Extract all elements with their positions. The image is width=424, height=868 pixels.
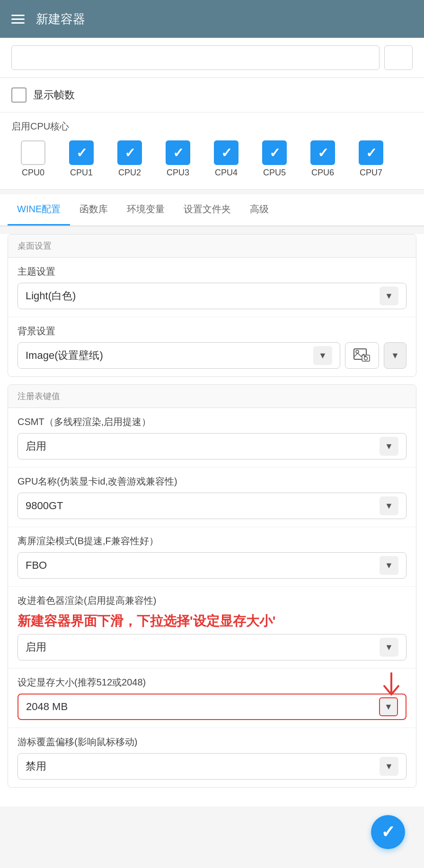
cpu2-checkbox[interactable] xyxy=(117,140,142,165)
cpu5-checkbox[interactable] xyxy=(262,140,287,165)
gpu-field: GPU名称(伪装显卡id,改善游戏兼容性) 9800GT ▼ xyxy=(8,468,416,527)
cpu-section-label: 启用CPU核心 xyxy=(11,120,413,133)
background-field: 背景设置 Image(设置壁纸) ▼ xyxy=(8,317,416,376)
show-fps-checkbox[interactable] xyxy=(11,87,26,103)
csmt-dropdown[interactable]: 启用 ▼ xyxy=(18,433,406,460)
cursor-label: 游标覆盖偏移(影响鼠标移动) xyxy=(18,736,406,748)
cpu7-checkbox[interactable] xyxy=(359,140,383,165)
shader-value: 启用 xyxy=(26,640,380,654)
cpu4-label: CPU4 xyxy=(215,168,238,178)
gpu-value: 9800GT xyxy=(26,500,380,512)
show-fps-row: 显示帧数 xyxy=(0,78,424,113)
background-dropdown-value: Image(设置壁纸) xyxy=(26,348,313,363)
shader-field: 改进着色器渲染(启用提高兼容性) 新建容器界面下滑，下拉选择'设定显存大小' 启… xyxy=(8,587,416,668)
cpu1-label: CPU1 xyxy=(70,168,93,178)
cpu0-label: CPU0 xyxy=(22,168,44,178)
svg-rect-4 xyxy=(364,356,366,357)
cursor-value: 禁用 xyxy=(26,759,380,773)
cpu3-checkbox[interactable] xyxy=(166,140,190,165)
gpu-dropdown[interactable]: 9800GT ▼ xyxy=(18,493,406,519)
registry-settings-group: 注册表键值 CSMT（多线程渲染,启用提速） 启用 ▼ GPU名称(伪装显卡id… xyxy=(8,384,416,788)
annotation-area: 新建容器界面下滑，下拉选择'设定显存大小' xyxy=(18,612,406,630)
cpu-item-5: CPU5 xyxy=(253,140,296,178)
cpu4-checkbox[interactable] xyxy=(214,140,238,165)
tab-wine-config[interactable]: WINE配置 xyxy=(8,194,70,226)
theme-dropdown-value: Light(白色) xyxy=(26,289,380,303)
offscreen-arrow: ▼ xyxy=(380,556,398,575)
theme-field: 主题设置 Light(白色) ▼ xyxy=(8,258,416,317)
cpu2-label: CPU2 xyxy=(118,168,141,178)
cpu-grid: CPU0 CPU1 CPU2 CPU3 CPU4 CPU5 CPU6 CPU7 xyxy=(11,140,413,178)
top-input-area xyxy=(0,38,424,78)
background-label: 背景设置 xyxy=(18,325,406,338)
chevron-down-icon-offscreen: ▼ xyxy=(385,561,393,571)
gpu-label: GPU名称(伪装显卡id,改善游戏兼容性) xyxy=(18,475,406,488)
top-input-button[interactable] xyxy=(384,45,413,70)
tabs-container: WINE配置 函数库 环境变量 设置文件夹 高级 xyxy=(0,194,424,226)
settings-area: 桌面设置 主题设置 Light(白色) ▼ 背景设置 Image(设置壁纸) ▼ xyxy=(0,234,424,807)
chevron-down-icon-shader: ▼ xyxy=(385,642,393,652)
chevron-down-icon-vram: ▼ xyxy=(384,702,393,712)
csmt-value: 启用 xyxy=(26,439,380,453)
shader-dropdown[interactable]: 启用 ▼ xyxy=(18,634,406,660)
page-title: 新建容器 xyxy=(36,11,85,27)
menu-icon[interactable] xyxy=(11,15,25,24)
chevron-down-icon-gpu: ▼ xyxy=(385,501,393,511)
cursor-field: 游标覆盖偏移(影响鼠标移动) 禁用 ▼ xyxy=(8,728,416,787)
vram-label: 设定显存大小(推荐512或2048) xyxy=(18,676,406,689)
shader-label: 改进着色器渲染(启用提高兼容性) xyxy=(18,594,406,607)
cpu0-checkbox[interactable] xyxy=(21,140,45,165)
background-image-button[interactable] xyxy=(345,342,379,369)
check-icon: ✓ xyxy=(381,822,395,842)
offscreen-dropdown[interactable]: FBO ▼ xyxy=(18,552,406,579)
background-dropdown[interactable]: Image(设置壁纸) ▼ xyxy=(18,342,340,369)
image-icon xyxy=(353,348,371,363)
tab-env-vars[interactable]: 环境变量 xyxy=(117,194,174,226)
header: 新建容器 xyxy=(0,0,424,38)
cpu5-label: CPU5 xyxy=(263,168,286,178)
csmt-label: CSMT（多线程渲染,启用提速） xyxy=(18,416,406,428)
chevron-down-icon-cursor: ▼ xyxy=(385,762,393,772)
theme-dropdown-arrow: ▼ xyxy=(380,286,398,305)
offscreen-value: FBO xyxy=(26,559,380,572)
chevron-down-icon-bg2: ▼ xyxy=(391,351,399,361)
desktop-settings-title: 桌面设置 xyxy=(8,234,416,258)
cpu6-label: CPU6 xyxy=(311,168,334,178)
csmt-arrow: ▼ xyxy=(380,437,398,456)
tab-advanced[interactable]: 高级 xyxy=(240,194,278,226)
chevron-down-icon-csmt: ▼ xyxy=(385,442,393,451)
top-input-field[interactable] xyxy=(11,45,380,70)
vram-dropdown[interactable]: 2048 MB ▼ xyxy=(18,694,406,720)
tab-set-folder[interactable]: 设置文件夹 xyxy=(174,194,240,226)
show-fps-label: 显示帧数 xyxy=(33,88,75,102)
svg-point-1 xyxy=(356,350,359,353)
vram-dropdown-wrapper: 2048 MB ▼ xyxy=(18,694,406,720)
cpu-item-0: CPU0 xyxy=(11,140,55,178)
cursor-arrow: ▼ xyxy=(380,757,398,776)
background-row: Image(设置壁纸) ▼ xyxy=(18,342,406,369)
chevron-down-icon-bg: ▼ xyxy=(318,351,327,361)
tab-libraries[interactable]: 函数库 xyxy=(70,194,117,226)
cpu6-checkbox[interactable] xyxy=(310,140,335,165)
cpu-item-1: CPU1 xyxy=(60,140,103,178)
desktop-settings-group: 桌面设置 主题设置 Light(白色) ▼ 背景设置 Image(设置壁纸) ▼ xyxy=(8,234,416,377)
confirm-fab[interactable]: ✓ xyxy=(371,815,405,849)
cpu1-checkbox[interactable] xyxy=(69,140,94,165)
offscreen-label: 离屏渲染模式(B提速,F兼容性好） xyxy=(18,535,406,547)
registry-settings-title: 注册表键值 xyxy=(8,385,416,408)
cursor-dropdown[interactable]: 禁用 ▼ xyxy=(18,753,406,780)
cpu-item-4: CPU4 xyxy=(204,140,248,178)
shader-arrow: ▼ xyxy=(380,638,398,657)
cpu-section: 启用CPU核心 CPU0 CPU1 CPU2 CPU3 CPU4 CPU5 CP… xyxy=(0,113,424,190)
cpu-item-6: CPU6 xyxy=(301,140,344,178)
annotation-text: 新建容器界面下滑，下拉选择'设定显存大小' xyxy=(18,612,406,630)
cpu-item-3: CPU3 xyxy=(156,140,200,178)
theme-dropdown[interactable]: Light(白色) ▼ xyxy=(18,283,406,309)
gpu-arrow: ▼ xyxy=(380,496,398,515)
background-arrow-button[interactable]: ▼ xyxy=(384,342,406,369)
vram-arrow: ▼ xyxy=(379,697,398,716)
vram-value: 2048 MB xyxy=(26,701,379,713)
background-dropdown-arrow-inner: ▼ xyxy=(313,346,332,365)
chevron-down-icon: ▼ xyxy=(385,291,393,301)
csmt-field: CSMT（多线程渲染,启用提速） 启用 ▼ xyxy=(8,408,416,468)
